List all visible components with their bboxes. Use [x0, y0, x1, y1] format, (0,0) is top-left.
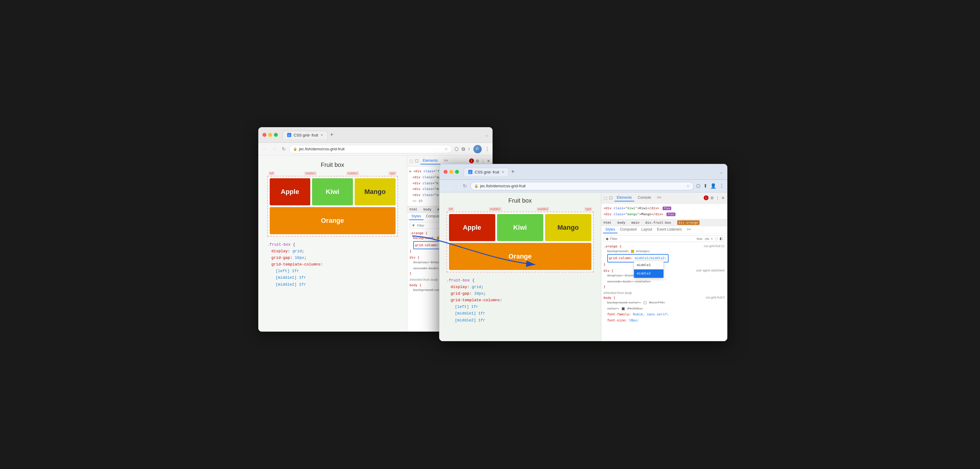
kiwi-cell-front: Kiwi	[497, 214, 543, 241]
html-tree-front: <div class="kiwi">Kiwi</div> flex <div c…	[601, 204, 727, 219]
tab-close-front[interactable]: ✕	[501, 170, 504, 174]
color-btn-front[interactable]: ◧	[720, 237, 722, 241]
close-button-front[interactable]	[444, 170, 447, 174]
address-bar-front[interactable]: 🔒 jec.fish/demo/css-grid-fruit ☆	[470, 182, 694, 190]
body-source-front: css-grid-fruit:3	[705, 296, 724, 300]
mango-cell-back: Mango	[355, 178, 396, 205]
tab-elements-back[interactable]: Elements	[420, 157, 440, 164]
div-rule-front: div { user agent stylesheet display: blo…	[604, 269, 725, 289]
devtools-panel-front: ⬚ ☐ Elements Console >> 1 ⚙ ⋮ ✕ <div cla…	[601, 192, 727, 341]
browser-front-window: g CSS grid- fruit ✕ + ⌄ ← → ↻ 🔒 jec.fish…	[439, 164, 727, 341]
autocomplete-dropdown-front: middle1 middle2	[634, 261, 664, 278]
profile-avatar-back[interactable]: P	[473, 145, 482, 153]
div-bidi-front: unicode-bidi: isolate;	[604, 279, 725, 285]
settings-icon-front[interactable]: ⚙	[710, 196, 714, 200]
div-rule-header-front: div { user agent stylesheet	[604, 269, 725, 273]
layout-btn-front[interactable]: ⬚	[715, 237, 718, 241]
label-middle2-front: middle2	[536, 207, 549, 211]
label-left-back: left	[269, 171, 275, 175]
menu-icon-front[interactable]: ⋮	[719, 183, 724, 189]
window-menu-back[interactable]: ⌄	[485, 132, 488, 137]
minimize-button-back[interactable]	[268, 133, 272, 137]
autocomplete-item-middle1[interactable]: middle1	[634, 261, 663, 270]
traffic-lights-back	[262, 133, 278, 137]
tab-bar-back: g CSS grid- fruit ✕ +	[283, 131, 482, 139]
forward-button-back[interactable]: →	[271, 145, 278, 153]
active-tab-front[interactable]: g CSS grid- fruit ✕	[464, 168, 509, 176]
cast-icon-front[interactable]: ⬡	[696, 183, 700, 189]
back-button-back[interactable]: ←	[261, 145, 269, 153]
styles-panel-front: ◆ :hov .cls + ⬚ ◧ .orange {	[601, 234, 727, 328]
error-badge-front: 1	[704, 195, 708, 200]
titlebar-front: g CSS grid- fruit ✕ + ⌄	[439, 164, 727, 180]
maximize-button-front[interactable]	[455, 170, 459, 174]
close-devtools-front[interactable]: ✕	[721, 196, 725, 200]
browser-content-front: Fruit box left middle1 middle2 right App…	[439, 192, 727, 341]
lock-icon-front: 🔒	[474, 184, 479, 188]
extensions-icon-back[interactable]: ⧉	[461, 147, 465, 152]
profile-icon-front[interactable]: 👤	[710, 183, 716, 189]
new-tab-button-back[interactable]: +	[330, 132, 333, 138]
share-icon-front[interactable]: ⬆	[703, 183, 707, 189]
hov-btn-front[interactable]: :hov	[696, 237, 703, 241]
body-fontsize-front: font-size: 18px;	[604, 317, 725, 324]
tab-favicon-front: g	[468, 170, 473, 174]
body-color-front: color: #4c566a;	[604, 306, 725, 312]
address-bar-back[interactable]: 🔒 jec.fish/demo/css-grid-fruit ☆	[289, 145, 452, 153]
url-back: jec.fish/demo/css-grid-fruit	[299, 147, 443, 151]
close-devtools-back[interactable]: ✕	[487, 159, 490, 163]
cast-icon-back[interactable]: ⬡	[454, 146, 459, 152]
devtools-inspect-icon-front[interactable]: ⬚	[604, 196, 607, 200]
body-bg-front: background-color: #eceff4;	[604, 300, 725, 306]
menu-icon-back[interactable]: ⋮	[485, 146, 490, 152]
star-icon-back[interactable]: ☆	[444, 147, 448, 151]
style-tabs-front: Styles Computed Layout Event Listeners >…	[601, 226, 727, 234]
tab-elements-front[interactable]: Elements	[614, 194, 634, 201]
tab-console-front[interactable]: Console	[635, 194, 654, 201]
filter-input-front[interactable]	[610, 237, 694, 241]
event-listeners-tab-front[interactable]: Event Listeners	[655, 226, 684, 233]
minimize-button-front[interactable]	[449, 170, 453, 174]
more-tabs-front[interactable]: >>	[684, 226, 693, 233]
back-button-front[interactable]: ←	[442, 182, 450, 190]
devtools-inspect-icon-back[interactable]: ⬚	[410, 159, 413, 163]
div-rule-close-front: }	[604, 285, 725, 289]
mango-cell-front: Mango	[545, 214, 591, 241]
orange-source-front: css-grid-fruit:11	[704, 244, 725, 248]
close-button-back[interactable]	[262, 133, 266, 137]
more-icon-back[interactable]: ⋮	[481, 159, 485, 163]
layout-tab-front[interactable]: Layout	[639, 226, 655, 233]
plus-btn-front[interactable]: +	[711, 237, 713, 241]
kiwi-cell-back: Kiwi	[312, 178, 353, 205]
star-icon-front[interactable]: ☆	[686, 184, 690, 188]
new-tab-button-front[interactable]: +	[511, 169, 514, 175]
flex-badge-mango: flex	[667, 212, 675, 216]
cls-btn-front[interactable]: .cls	[704, 237, 710, 241]
styles-tab-back[interactable]: Styles	[409, 213, 424, 220]
devtools-device-icon-front[interactable]: ☐	[609, 196, 612, 200]
refresh-button-back[interactable]: ↻	[280, 145, 287, 153]
scene: g CSS grid- fruit ✕ + ⌄ ← → ↻ 🔒 jec.fish…	[253, 122, 727, 347]
orange-selector-front: .orange {	[604, 244, 622, 248]
styles-tab-front[interactable]: Styles	[603, 226, 618, 233]
maximize-button-back[interactable]	[274, 133, 278, 137]
filter-icon-back: ▼	[412, 223, 415, 228]
refresh-button-front[interactable]: ↻	[461, 182, 468, 190]
tab-more-back[interactable]: >>	[442, 157, 450, 164]
devtools-device-icon-back[interactable]: ☐	[415, 159, 419, 163]
forward-button-front[interactable]: →	[452, 182, 459, 190]
share-icon-back[interactable]: ↑	[468, 147, 470, 152]
active-tab-back[interactable]: g CSS grid- fruit ✕	[283, 131, 328, 139]
tab-more-front[interactable]: >>	[655, 194, 664, 201]
window-menu-front[interactable]: ⌄	[719, 169, 723, 174]
tab-favicon-back: g	[287, 133, 291, 137]
computed-tab-front[interactable]: Computed	[617, 226, 639, 233]
tab-close-back[interactable]: ✕	[320, 133, 323, 137]
more-icon-front[interactable]: ⋮	[716, 196, 720, 200]
tab-title-back: CSS grid- fruit	[294, 133, 318, 137]
grid-labels-front: left middle1 middle2 right	[447, 207, 594, 211]
toolbar-front: ← → ↻ 🔒 jec.fish/demo/css-grid-fruit ☆ ⬡…	[439, 180, 727, 192]
autocomplete-item-middle2[interactable]: middle2	[634, 270, 663, 278]
page-area-front: Fruit box left middle1 middle2 right App…	[439, 192, 601, 341]
settings-icon-back[interactable]: ⚙	[476, 159, 479, 163]
